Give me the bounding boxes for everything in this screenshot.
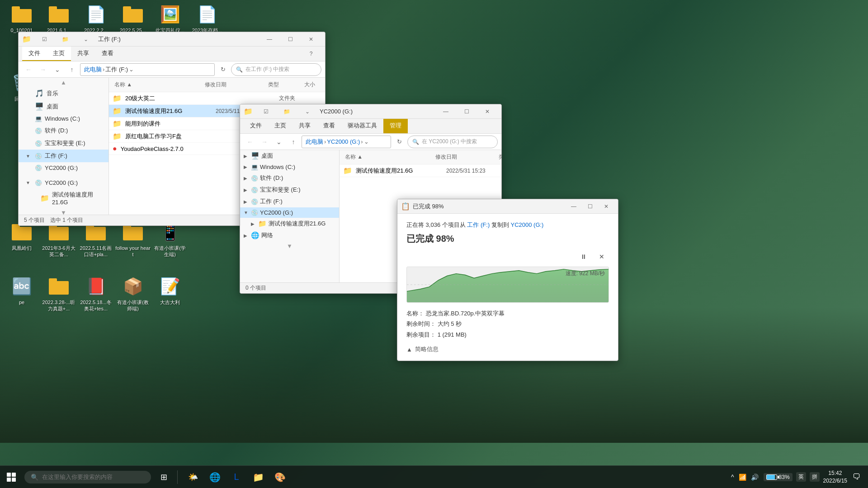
sort-by-date-1[interactable]: 修改日期 (203, 80, 266, 90)
minimize-btn-2[interactable]: — (435, 104, 456, 119)
ribbon-tab-view-2[interactable]: 查看 (317, 119, 341, 133)
desktop-icon-1[interactable]: 0_100201 (4, 4, 40, 33)
notification-btn[interactable]: 🗨 (851, 470, 863, 483)
progress-close-btn[interactable]: ✕ (598, 200, 614, 213)
address-path-1[interactable]: 此电脑 › 工作 (F:) ⌄ (80, 63, 215, 76)
taskbar-explorer-app[interactable]: 📁 (248, 467, 268, 487)
desktop-icon-15[interactable]: 📦 有道小班课(教师端) (115, 276, 151, 312)
taskbar-lark-app[interactable]: L (226, 467, 246, 487)
sidebar-scroll-down-2[interactable]: ▼ (240, 241, 339, 250)
tree-network[interactable]: ▶ 🌐 网络 (240, 230, 339, 241)
progress-from-link[interactable]: 工作 (F:) (467, 221, 490, 228)
file-item-1[interactable]: 📁 20级大英二 文件夹 (109, 92, 325, 105)
close-btn-1[interactable]: ✕ (301, 32, 321, 47)
back-btn-2[interactable]: ← (244, 136, 256, 148)
sort-by-name-2[interactable]: 名称 ▲ (343, 152, 434, 162)
folder-btn-2[interactable]: 📁 (276, 104, 297, 119)
desktop-icon-14[interactable]: 📕 2022.5.18...冬奥花+tes... (78, 276, 114, 312)
forward-btn-2[interactable]: → (258, 136, 271, 148)
maximize-btn-2[interactable]: ☐ (456, 104, 477, 119)
taskbar-search[interactable]: 🔍 (24, 471, 151, 483)
ribbon-tab-file-2[interactable]: 文件 (244, 119, 268, 133)
search-box-2[interactable]: 🔍 在 YC2000 (G:) 中搜索 (407, 136, 498, 148)
desktop-icon-9[interactable]: 2022.5.11名画口语+pla... (78, 221, 114, 258)
desktop-icon-16[interactable]: 📝 大吉大利 (152, 276, 188, 305)
sidebar-yc-g-2[interactable]: ▼ 💿 YC2000 (G:) (19, 177, 108, 188)
sort-by-type-1[interactable]: 类型 (266, 80, 302, 90)
sort-by-date-2[interactable]: 修改日期 (434, 152, 497, 162)
up-btn-1[interactable]: ↑ (66, 63, 78, 76)
input-method-indicator[interactable]: 拼 (810, 472, 820, 482)
sidebar-testfile[interactable]: 📁 测试传输速度用21.6G (19, 188, 108, 208)
breadcrumb-pc-2[interactable]: 此电脑 (306, 138, 323, 146)
progress-minimize-btn[interactable]: — (566, 200, 582, 213)
battery-indicator[interactable]: 83% (764, 473, 793, 481)
sidebar-scroll-up-1[interactable]: ▲ (19, 78, 108, 87)
tree-work-f[interactable]: ▶ 💿 工作 (F:) (240, 196, 339, 207)
search-box-1[interactable]: 🔍 在工作 (F:) 中搜索 (231, 63, 321, 76)
sidebar-music[interactable]: 🎵 音乐 (19, 87, 108, 100)
close-btn-2[interactable]: ✕ (477, 104, 498, 119)
sort-by-size-1[interactable]: 大小 (302, 80, 325, 90)
progress-pause-btn[interactable]: ⏸ (576, 250, 591, 263)
tree-yc-g[interactable]: ▼ 💿 YC2000 (G:) (240, 207, 339, 218)
tree-testfile[interactable]: ▶ 📁 测试传输速度用21.6G (240, 218, 339, 230)
tree-software-d[interactable]: ▶ 💿 软件 (D:) (240, 172, 339, 184)
back-btn-1[interactable]: ← (22, 63, 35, 76)
recent-btn-2[interactable]: ⌄ (273, 136, 285, 148)
sort-by-type-2[interactable]: 类型 (497, 152, 501, 162)
tree-desktop[interactable]: ▶ 🖥️ 桌面 (240, 150, 339, 162)
desktop-icon-13[interactable]: 2022.3.28-...听力真题+... (41, 276, 77, 312)
sidebar-scroll-down-1[interactable]: ▼ (19, 208, 108, 215)
address-path-2[interactable]: 此电脑 › YC2000 (G:) › ⌄ (302, 136, 391, 148)
checkmark-btn-2[interactable]: ☑ (255, 104, 276, 119)
ribbon-tab-drive-2[interactable]: 驱动器工具 (341, 119, 383, 133)
folder-btn-1[interactable]: 📁 (55, 32, 75, 47)
breadcrumb-pc-1[interactable]: 此电脑 (84, 66, 102, 74)
forward-btn-1[interactable]: → (37, 63, 49, 76)
tray-expand-icon[interactable]: ^ (730, 472, 736, 482)
chevron-btn-2[interactable]: ⌄ (297, 104, 318, 119)
progress-cancel-btn[interactable]: ✕ (594, 250, 609, 263)
sidebar-desktop[interactable]: 🖥️ 桌面 (19, 100, 108, 113)
ribbon-tab-view-1[interactable]: 查看 (95, 47, 120, 61)
help-btn-1[interactable]: ? (301, 47, 321, 61)
checkmark-btn-1[interactable]: ☑ (34, 32, 55, 47)
sidebar-work-f[interactable]: ▼ 💿 工作 (F:) (19, 150, 108, 162)
breadcrumb-yc-2[interactable]: YC2000 (G:) (327, 138, 360, 145)
tree-baobao-e[interactable]: ▶ 💿 宝宝和斐斐 (E:) (240, 184, 339, 196)
ribbon-tab-home-1[interactable]: 主页 (47, 47, 71, 61)
progress-to-link[interactable]: YC2000 (G:) (510, 221, 543, 228)
tray-volume-icon[interactable]: 🔊 (750, 472, 760, 482)
desktop-icon-8[interactable]: 2021年3-6月大英二备... (41, 221, 77, 258)
ribbon-tab-share-2[interactable]: 共享 (292, 119, 317, 133)
sidebar-windows-c[interactable]: 💻 Windows (C:) (19, 113, 108, 124)
desktop-icon-5[interactable]: 🖼️ 此宝四礼仪... (152, 4, 188, 33)
progress-maximize-btn[interactable]: ☐ (582, 200, 598, 213)
sidebar-baobao-e[interactable]: 💿 宝宝和斐斐 (E:) (19, 137, 108, 150)
maximize-btn-1[interactable]: ☐ (280, 32, 301, 47)
taskbar-search-input[interactable] (42, 474, 145, 480)
minimize-btn-1[interactable]: — (259, 32, 280, 47)
desktop-icon-3[interactable]: 📄 2022.2.2... (78, 4, 114, 33)
up-btn-2[interactable]: ↑ (287, 136, 300, 148)
ribbon-tab-home-2[interactable]: 主页 (268, 119, 292, 133)
refresh-btn-2[interactable]: ↻ (393, 136, 406, 148)
refresh-btn-1[interactable]: ↻ (217, 63, 229, 76)
ribbon-tab-share-1[interactable]: 共享 (71, 47, 95, 61)
taskbar-clock[interactable]: 15:42 2022/6/15 (823, 469, 847, 485)
task-view-btn[interactable]: ⊞ (154, 467, 174, 487)
tray-network-icon[interactable]: 📶 (737, 472, 748, 482)
recent-btn-1[interactable]: ⌄ (51, 63, 64, 76)
taskbar-edge-app[interactable]: 🌐 (205, 467, 225, 487)
desktop-icon-4[interactable]: 2022.5.25... (115, 4, 151, 33)
desktop-icon-6[interactable]: 📄 2023年存档... (189, 4, 225, 33)
desktop-icon-12[interactable]: 🔤 pe (4, 276, 40, 305)
language-indicator[interactable]: 英 (796, 472, 806, 482)
tree-windows-c[interactable]: ▶ 💻 Windows (C:) (240, 162, 339, 172)
file-item-yc-1[interactable]: 📁 测试传输速度用21.6G 2022/5/31 15:23 文件夹 (340, 164, 501, 177)
taskbar-weather-app[interactable]: 🌤️ (183, 467, 203, 487)
start-button[interactable] (0, 466, 23, 488)
sort-by-name-1[interactable]: 名称 ▲ (113, 80, 203, 90)
sidebar-yc-g[interactable]: 💿 YC2000 (G:) (19, 162, 108, 174)
